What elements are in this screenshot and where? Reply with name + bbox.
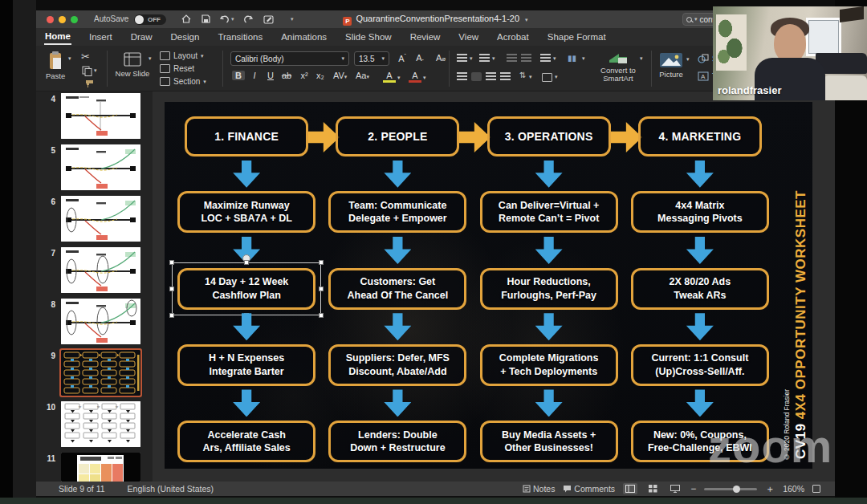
down-arrow-icon[interactable] <box>384 389 411 417</box>
slide-thumbnail-5[interactable] <box>61 144 140 190</box>
matrix-cell[interactable]: Maximize Runway LOC + SBA7A + DL <box>177 191 315 233</box>
numbering-icon[interactable] <box>479 54 490 63</box>
slide-thumbnail-11[interactable] <box>61 453 140 482</box>
new-slide-dropdown-icon[interactable]: ▾ <box>149 55 152 62</box>
layout-button[interactable]: Layout▾ <box>160 51 204 60</box>
align-text-icon[interactable] <box>542 71 552 85</box>
matrix-cell[interactable]: Lenders: Double Down + Restructure <box>328 421 466 462</box>
tab-design[interactable]: Design <box>170 30 201 44</box>
columns-icon[interactable]: ▮▮ <box>568 54 576 63</box>
bullets-icon[interactable] <box>457 54 467 63</box>
shrink-font-button[interactable]: Aˇ <box>413 53 426 64</box>
picture-dropdown-icon[interactable]: ▾ <box>686 56 690 63</box>
underline-button[interactable]: U <box>264 71 277 80</box>
matrix-cell[interactable]: Customers: Get Ahead Of The Cancel <box>328 268 466 310</box>
language-indicator[interactable]: English (United States) <box>128 484 214 494</box>
resize-handle[interactable] <box>244 260 249 265</box>
down-arrow-icon[interactable] <box>384 313 411 340</box>
slide-sorter-view-button[interactable] <box>645 483 660 494</box>
matrix-cell[interactable]: Hour Reductions, Furloughs, Perf-Pay <box>480 268 618 310</box>
tab-home[interactable]: Home <box>44 29 71 45</box>
tab-draw[interactable]: Draw <box>130 30 153 44</box>
tab-slide-show[interactable]: Slide Show <box>344 30 393 44</box>
down-arrow-icon[interactable] <box>535 237 563 264</box>
cut-icon[interactable]: ✂ <box>81 51 90 63</box>
tab-view[interactable]: View <box>458 30 479 44</box>
align-center-icon[interactable] <box>471 72 482 81</box>
resize-handle[interactable] <box>169 287 174 291</box>
new-slide-button[interactable]: New Slide <box>115 51 150 78</box>
resize-handle[interactable] <box>319 313 324 318</box>
resize-handle[interactable] <box>169 260 174 265</box>
decrease-indent-icon[interactable] <box>507 54 517 63</box>
down-arrow-icon[interactable] <box>233 161 260 188</box>
font-name-select[interactable]: Calibri (Body)▾ <box>230 51 349 66</box>
header-people[interactable]: 2. PEOPLE <box>336 116 459 156</box>
resize-handle[interactable] <box>319 260 324 265</box>
matrix-cell[interactable]: Can Deliver=Virtual + Remote Can’t = Piv… <box>480 191 618 233</box>
slideshow-view-button[interactable] <box>668 483 682 494</box>
header-marketing[interactable]: 4. MARKETING <box>638 116 762 156</box>
bold-button[interactable]: B <box>232 71 245 80</box>
text-direction-icon[interactable]: ⇅ <box>519 71 526 79</box>
font-color-dropdown-icon[interactable]: ▾ <box>423 75 426 81</box>
strikethrough-button[interactable]: ab <box>280 71 293 80</box>
align-right-icon[interactable] <box>486 72 496 81</box>
tab-insert[interactable]: Insert <box>88 30 113 44</box>
line-spacing-dropdown-icon[interactable]: ▾ <box>553 55 556 62</box>
slide-thumbnail-4[interactable] <box>61 93 140 139</box>
matrix-cell[interactable]: Team: Communicate Delegate + Empower <box>328 191 466 233</box>
matrix-cell-selected[interactable]: 14 Day + 12 Week Cashflow Plan <box>177 268 315 310</box>
zoom-slider[interactable] <box>704 488 757 490</box>
fit-slide-button[interactable] <box>812 485 820 493</box>
align-text-dropdown-icon[interactable]: ▾ <box>555 74 558 80</box>
down-arrow-icon[interactable] <box>686 237 714 264</box>
selected-shape[interactable]: 14 Day + 12 Week Cashflow Plan <box>177 268 315 310</box>
down-arrow-icon[interactable] <box>686 313 714 340</box>
copy-dropdown-icon[interactable]: ▾ <box>94 67 97 74</box>
change-case-button[interactable]: Aa▾ <box>356 71 368 80</box>
resize-handle[interactable] <box>169 313 174 318</box>
zoom-out-button[interactable]: − <box>690 483 696 494</box>
clear-formatting-button[interactable]: A⌀ <box>434 53 447 63</box>
tab-transitions[interactable]: Transitions <box>217 30 263 44</box>
slide-thumbnail-6[interactable] <box>61 196 140 242</box>
character-spacing-button[interactable]: AV▾ <box>333 71 346 80</box>
header-finance[interactable]: 1. FINANCE <box>185 116 308 156</box>
slide-counter[interactable]: Slide 9 of 11 <box>59 484 105 494</box>
paste-dropdown-icon[interactable]: ▾ <box>68 55 71 62</box>
zoom-percentage[interactable]: 160% <box>783 484 804 494</box>
matrix-cell[interactable]: Complete Migrations + Tech Deployments <box>480 344 618 386</box>
down-arrow-icon[interactable] <box>384 237 411 264</box>
down-arrow-icon[interactable] <box>686 389 714 417</box>
down-arrow-icon[interactable] <box>686 161 714 188</box>
subscript-button[interactable]: x₂ <box>314 71 327 80</box>
down-arrow-icon[interactable] <box>535 161 563 188</box>
zoom-slider-knob[interactable] <box>733 486 740 493</box>
grow-font-button[interactable]: Aˆ <box>396 53 409 63</box>
slide-thumbnail-10[interactable]: ⇨⇨⇨ <box>61 401 140 447</box>
convert-smartart-button[interactable]: Convert to SmartArt <box>593 52 643 83</box>
down-arrow-icon[interactable] <box>233 389 260 417</box>
tab-review[interactable]: Review <box>409 30 442 44</box>
font-color-button[interactable]: A <box>409 71 421 83</box>
matrix-cell[interactable]: 4x4 Matrix Messaging Pivots <box>631 191 769 233</box>
slide-thumbnail-8[interactable] <box>61 299 140 344</box>
format-painter-icon[interactable] <box>84 78 95 92</box>
superscript-button[interactable]: x² <box>298 71 311 80</box>
matrix-cell[interactable]: Current: 1:1 Consult (Up)Cross-Sell/Aff. <box>631 344 769 386</box>
matrix-cell[interactable]: 2X 80/20 Ads Tweak ARs <box>631 268 769 310</box>
justify-icon[interactable] <box>500 72 511 81</box>
align-left-icon[interactable] <box>457 72 467 81</box>
down-arrow-icon[interactable] <box>384 161 411 188</box>
resize-handle[interactable] <box>319 287 324 291</box>
numbering-dropdown-icon[interactable]: ▾ <box>492 55 495 62</box>
tab-shape-format[interactable]: Shape Format <box>547 30 607 44</box>
zoom-in-button[interactable]: ＋ <box>765 482 775 496</box>
matrix-cell[interactable]: Buy Media Assets + Other Businesses! <box>480 421 618 462</box>
italic-button[interactable]: I <box>248 71 261 80</box>
matrix-cell[interactable]: Accelerate Cash Ars, Affiliate Sales <box>177 421 315 462</box>
header-operations[interactable]: 3. OPERATIONS <box>487 116 611 156</box>
slide-9-canvas[interactable]: 1. FINANCE Maximize Runway LOC + SBA7A +… <box>165 102 812 469</box>
slide-thumbnail-7[interactable] <box>61 247 140 293</box>
